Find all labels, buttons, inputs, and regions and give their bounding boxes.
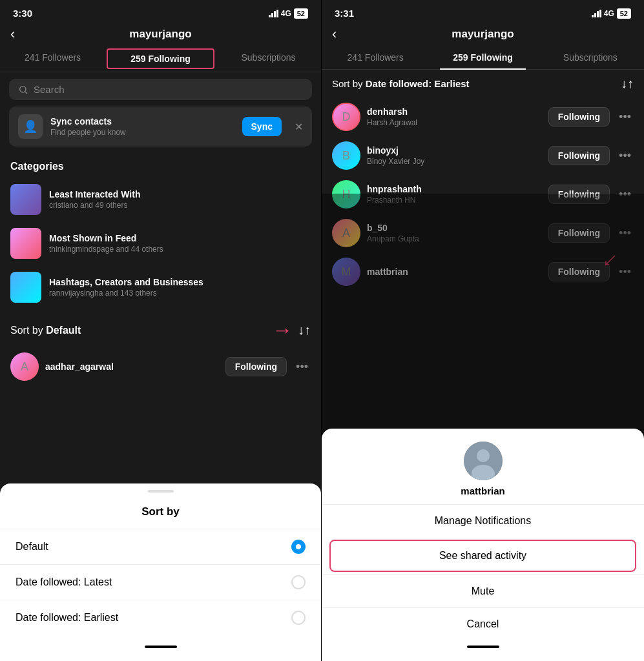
category-hashtags[interactable]: Hashtags, Creators and Businesses rannvi… xyxy=(0,265,321,309)
left-header: ‹ mayurjango xyxy=(0,23,321,46)
search-icon xyxy=(18,85,28,95)
left-tabs: 241 Followers 259 Following Subscription… xyxy=(0,46,321,72)
sort-label-right: Sort by Date followed: Earliest xyxy=(332,78,470,89)
user-info-aadhar: aadhar_agarwal xyxy=(45,361,219,372)
category-thumb-1 xyxy=(10,184,41,215)
sort-label-left: Sort by Default xyxy=(10,325,81,336)
follow-button-binoyxj[interactable]: Following xyxy=(548,146,610,165)
home-indicator-right xyxy=(467,646,499,648)
radio-earliest xyxy=(291,611,306,625)
category-most-shown[interactable]: Most Shown in Feed thinkingmindspage and… xyxy=(0,221,321,265)
sort-bottom-sheet: Sort by Default Date followed: Latest Da… xyxy=(0,483,321,661)
mattbrian-avatar-img xyxy=(464,442,503,480)
more-options-aadhar[interactable]: ••• xyxy=(293,360,311,374)
user-options-modal: mattbrian Manage Notifications See share… xyxy=(322,194,644,661)
right-header: ‹ mayurjango xyxy=(322,23,644,46)
avatar-aadhar: A xyxy=(10,352,39,381)
modal-action-notifications[interactable]: Manage Notifications xyxy=(322,504,644,537)
category-info-3: Hashtags, Creators and Businesses rannvi… xyxy=(49,277,203,298)
tab-following-right[interactable]: 259 Following xyxy=(429,46,536,69)
right-back-button[interactable]: ‹ xyxy=(332,26,337,43)
category-thumb-3 xyxy=(10,272,41,303)
left-page-title: mayurjango xyxy=(129,28,191,41)
close-sync-button[interactable]: ✕ xyxy=(295,121,303,133)
pink-arrow-left: → xyxy=(272,318,293,342)
left-status-icons: 4G 52 xyxy=(269,8,308,19)
search-bar[interactable]: Search xyxy=(9,79,312,100)
avatar-denharsh: D xyxy=(332,103,360,131)
left-status-bar: 3:30 4G 52 xyxy=(0,0,321,23)
svg-point-3 xyxy=(477,449,490,462)
tab-following-left[interactable]: 259 Following xyxy=(107,48,214,69)
right-battery-indicator: 52 xyxy=(617,8,631,19)
sort-icon-right[interactable]: ↓↑ xyxy=(621,76,634,91)
category-info-2: Most Shown in Feed thinkingmindspage and… xyxy=(49,233,163,254)
modal-action-mute[interactable]: Mute xyxy=(322,575,644,607)
category-least-interacted[interactable]: Least Interacted With cristiano and 49 o… xyxy=(0,178,321,221)
sync-icon: 👤 xyxy=(18,114,43,139)
sort-value-text: Default xyxy=(46,325,81,336)
user-info-binoyxj: binoyxj Binoy Xavier Joy xyxy=(367,145,542,166)
modal-user-header: mattbrian xyxy=(322,429,644,504)
user-info-denharsh: denharsh Harsh Agrawal xyxy=(367,107,542,127)
sort-label-text: Sort by xyxy=(10,325,43,336)
category-info-1: Least Interacted With cristiano and 49 o… xyxy=(49,189,140,210)
sheet-title: Sort by xyxy=(0,503,321,529)
right-network-label: 4G xyxy=(604,9,614,18)
tab-followers-left[interactable]: 241 Followers xyxy=(0,46,105,72)
right-status-icons: 4G 52 xyxy=(592,8,631,19)
search-placeholder: Search xyxy=(34,84,65,95)
right-signal-icon xyxy=(592,10,601,17)
right-time: 3:31 xyxy=(335,8,354,19)
sync-button[interactable]: Sync xyxy=(242,117,282,136)
svg-point-0 xyxy=(20,86,26,92)
sort-row-right[interactable]: Sort by Date followed: Earliest ↓↑ xyxy=(322,70,644,97)
left-phone: 3:30 4G 52 ‹ mayurjango 241 Followers 25… xyxy=(0,0,322,661)
sort-row-left[interactable]: Sort by Default → ↓↑ xyxy=(0,309,321,347)
sort-option-earliest[interactable]: Date followed: Earliest xyxy=(0,600,321,635)
battery-indicator: 52 xyxy=(294,8,308,19)
categories-title: Categories xyxy=(0,152,321,178)
follow-button-aadhar[interactable]: Following xyxy=(225,357,287,376)
tab-subscriptions-right[interactable]: Subscriptions xyxy=(537,46,644,69)
back-button[interactable]: ‹ xyxy=(10,26,15,43)
radio-latest xyxy=(291,575,306,589)
network-label: 4G xyxy=(281,9,291,18)
more-options-binoyxj[interactable]: ••• xyxy=(616,149,634,163)
left-time: 3:30 xyxy=(13,8,32,19)
modal-action-shared-activity[interactable]: See shared activity xyxy=(329,540,636,572)
avatar-binoyxj: B xyxy=(332,141,360,170)
modal-username: mattbrian xyxy=(461,485,504,496)
home-indicator-left xyxy=(145,646,177,648)
modal-sheet: mattbrian Manage Notifications See share… xyxy=(322,429,644,661)
category-thumb-2 xyxy=(10,228,41,259)
right-phone: 3:31 4G 52 ‹ mayurjango 241 Followers 25… xyxy=(322,0,644,661)
tab-subscriptions-left[interactable]: Subscriptions xyxy=(216,46,321,72)
sort-controls: → ↓↑ xyxy=(272,318,311,342)
following-item-binoyxj[interactable]: B binoyxj Binoy Xavier Joy Following ••• xyxy=(322,136,644,175)
follow-button-denharsh[interactable]: Following xyxy=(548,107,610,127)
modal-avatar xyxy=(464,442,503,480)
sync-banner: 👤 Sync contacts Find people you know Syn… xyxy=(9,107,312,147)
radio-default xyxy=(291,540,306,554)
right-page-title: mayurjango xyxy=(452,28,514,41)
more-options-denharsh[interactable]: ••• xyxy=(616,110,634,124)
sort-option-latest[interactable]: Date followed: Latest xyxy=(0,564,321,600)
svg-line-1 xyxy=(25,92,27,94)
tab-followers-right[interactable]: 241 Followers xyxy=(322,46,429,69)
right-status-bar: 3:31 4G 52 xyxy=(322,0,644,23)
sort-option-default[interactable]: Default xyxy=(0,529,321,564)
sync-text: Sync contacts Find people you know xyxy=(50,116,234,137)
sort-order-icon[interactable]: ↓↑ xyxy=(298,323,311,338)
modal-cancel-button[interactable]: Cancel xyxy=(322,607,644,640)
sheet-handle xyxy=(148,490,174,493)
signal-icon xyxy=(269,10,278,17)
following-item-aadhar[interactable]: A aadhar_agarwal Following ••• xyxy=(0,347,321,386)
following-item-denharsh[interactable]: D denharsh Harsh Agrawal Following ••• xyxy=(322,97,644,136)
right-tabs: 241 Followers 259 Following Subscription… xyxy=(322,46,644,70)
